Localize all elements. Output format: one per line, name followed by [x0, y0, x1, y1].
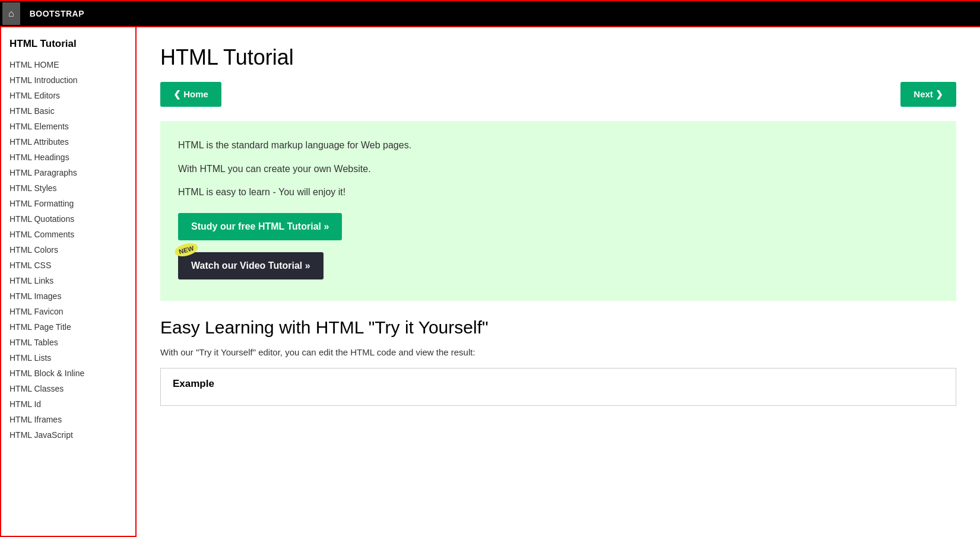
sidebar-link[interactable]: HTML Paragraphs: [1, 165, 135, 180]
sidebar-link[interactable]: HTML Images: [1, 288, 135, 304]
sidebar-link[interactable]: HTML Iframes: [1, 412, 135, 427]
sidebar-link[interactable]: HTML Introduction: [1, 72, 135, 88]
video-button[interactable]: Watch our Video Tutorial »: [178, 252, 324, 279]
main-content: HTML Tutorial ❮ Home Next ❯ HTML is the …: [137, 27, 980, 537]
sidebar-link[interactable]: HTML Lists: [1, 350, 135, 366]
sidebar-link[interactable]: HTML Formatting: [1, 196, 135, 211]
sidebar-link[interactable]: HTML Elements: [1, 119, 135, 134]
example-label: Example: [173, 378, 944, 390]
study-button[interactable]: Study our free HTML Tutorial »: [178, 213, 342, 240]
home-icon: ⌂: [8, 8, 14, 19]
info-line: HTML is easy to learn - You will enjoy i…: [178, 185, 938, 200]
sidebar-link[interactable]: HTML Styles: [1, 180, 135, 196]
example-box: Example: [160, 368, 956, 406]
sidebar-title: HTML Tutorial: [1, 33, 135, 57]
home-button[interactable]: ❮ Home: [160, 82, 221, 107]
page-title: HTML Tutorial: [160, 45, 956, 70]
section-title: Easy Learning with HTML "Try it Yourself…: [160, 317, 956, 338]
sidebar-link[interactable]: HTML Headings: [1, 150, 135, 165]
sidebar-link[interactable]: HTML Comments: [1, 227, 135, 242]
nav-buttons-row: ❮ Home Next ❯: [160, 82, 956, 107]
sidebar-link[interactable]: HTML Links: [1, 273, 135, 288]
sidebar-link[interactable]: HTML Id: [1, 396, 135, 412]
sidebar-link[interactable]: HTML Tables: [1, 335, 135, 350]
sidebar-link[interactable]: HTML Page Title: [1, 319, 135, 335]
video-btn-wrapper: NEW Watch our Video Tutorial »: [178, 252, 324, 279]
sidebar-link[interactable]: HTML Quotations: [1, 211, 135, 227]
sidebar-link[interactable]: HTML Block & Inline: [1, 366, 135, 381]
info-line: HTML is the standard markup language for…: [178, 138, 938, 153]
sidebar: HTML Tutorial HTML HOMEHTML Introduction…: [0, 27, 137, 537]
info-box: HTML is the standard markup language for…: [160, 121, 956, 301]
info-line: With HTML you can create your own Websit…: [178, 161, 938, 177]
layout: HTML Tutorial HTML HOMEHTML Introduction…: [0, 27, 980, 537]
top-nav: ⌂ HTMLCSSJAVASCRIPTSQLPYTHONJAVAPHPBOOTS…: [0, 0, 980, 27]
sidebar-link[interactable]: HTML Classes: [1, 381, 135, 396]
sidebar-link[interactable]: HTML Basic: [1, 103, 135, 119]
home-icon-button[interactable]: ⌂: [2, 2, 20, 25]
sidebar-link[interactable]: HTML CSS: [1, 258, 135, 273]
next-button[interactable]: Next ❯: [900, 82, 956, 107]
sidebar-links: HTML HOMEHTML IntroductionHTML EditorsHT…: [1, 57, 135, 443]
sidebar-link[interactable]: HTML HOME: [1, 57, 135, 72]
sidebar-link[interactable]: HTML Editors: [1, 88, 135, 103]
sidebar-link[interactable]: HTML Attributes: [1, 134, 135, 150]
sidebar-link[interactable]: HTML Colors: [1, 242, 135, 258]
section-desc: With our "Try it Yourself" editor, you c…: [160, 347, 956, 357]
sidebar-link[interactable]: HTML Favicon: [1, 304, 135, 319]
info-lines: HTML is the standard markup language for…: [178, 138, 938, 200]
nav-item-bootstrap[interactable]: BOOTSTRAP: [23, 2, 91, 25]
sidebar-link[interactable]: HTML JavaScript: [1, 427, 135, 443]
